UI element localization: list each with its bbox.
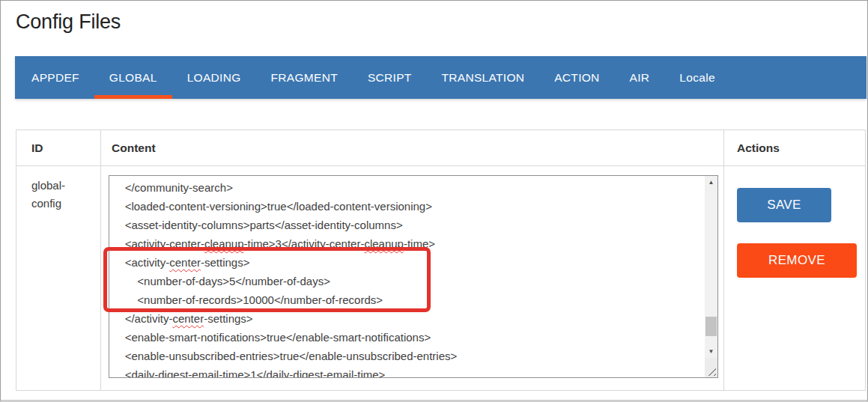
tab-fragment[interactable]: FRAGMENT [256, 56, 353, 99]
vertical-scrollbar[interactable]: ▲ ▼ [705, 176, 717, 358]
xml-line: <activity-center-cleanup-time>3</activit… [112, 234, 705, 253]
tab-label: TRANSLATION [442, 71, 525, 85]
xml-content: </community-search> <loaded-content-vers… [109, 176, 705, 377]
xml-line: </activity-center-settings> [112, 309, 705, 328]
column-header-actions: Actions [724, 130, 865, 165]
tab-air[interactable]: AIR [615, 56, 665, 99]
scroll-down-button[interactable]: ▼ [705, 345, 717, 358]
config-files-page: Config Files APPDEFGLOBALLOADINGFRAGMENT… [0, 0, 868, 402]
row-actions-cell: SAVE REMOVE [724, 166, 865, 390]
table-row: global-config </community-search> <loade… [16, 166, 865, 390]
xml-line: <asset-identity-columns>parts</asset-ide… [112, 216, 705, 234]
tab-label: APPDEF [31, 71, 79, 85]
row-content-cell: </community-search> <loaded-content-vers… [101, 166, 724, 390]
row-id-cell: global-config [16, 166, 101, 390]
tab-global[interactable]: GLOBAL [94, 56, 172, 99]
xml-line: <enable-unsubscribed-entries>true</enabl… [112, 347, 705, 365]
tab-translation[interactable]: TRANSLATION [427, 56, 540, 99]
config-table: ID Content Actions global-config </commu… [16, 130, 866, 391]
tab-label: SCRIPT [368, 71, 412, 85]
tab-locale[interactable]: Locale [664, 56, 729, 99]
xml-line: <enable-smart-notifications>true</enable… [112, 328, 705, 347]
xml-line: <number-of-days>5</number-of-days> [112, 272, 705, 290]
tab-label: Locale [679, 71, 714, 85]
tab-label: GLOBAL [109, 71, 157, 85]
table-header-row: ID Content Actions [16, 130, 865, 166]
tab-script[interactable]: SCRIPT [353, 56, 427, 99]
tab-action[interactable]: ACTION [539, 56, 614, 99]
tab-appdef[interactable]: APPDEF [16, 56, 94, 99]
tab-label: AIR [630, 71, 650, 85]
tab-label: ACTION [554, 71, 599, 85]
xml-line: </community-search> [112, 178, 705, 197]
textarea-scrollbar-column: ▲ ▼ [705, 176, 717, 377]
column-header-content: Content [101, 130, 724, 165]
tab-loading[interactable]: LOADING [172, 56, 256, 99]
textarea-corner [705, 358, 717, 377]
config-content-textarea[interactable]: </community-search> <loaded-content-vers… [109, 175, 718, 378]
scroll-up-button[interactable]: ▲ [705, 176, 717, 189]
scroll-up-icon: ▲ [708, 179, 714, 186]
xml-line: <activity-center-settings> [112, 253, 705, 272]
tab-label: LOADING [187, 71, 241, 85]
config-file-tabs: APPDEFGLOBALLOADINGFRAGMENTSCRIPTTRANSLA… [15, 56, 867, 99]
xml-line: <number-of-records>10000</number-of-reco… [112, 290, 705, 309]
resize-grip-icon[interactable] [707, 367, 716, 376]
scroll-down-icon: ▼ [708, 348, 714, 355]
page-title: Config Files [16, 10, 121, 34]
save-button[interactable]: SAVE [737, 188, 831, 222]
scrollbar-thumb[interactable] [705, 317, 717, 336]
xml-line: <loaded-content-versioning>true</loaded-… [112, 197, 705, 216]
active-tab-underline [94, 95, 172, 99]
tab-label: FRAGMENT [271, 71, 338, 85]
column-header-id: ID [16, 130, 101, 165]
remove-button[interactable]: REMOVE [737, 243, 857, 278]
xml-line: <daily-digest-email-time>1</daily-digest… [112, 365, 705, 377]
